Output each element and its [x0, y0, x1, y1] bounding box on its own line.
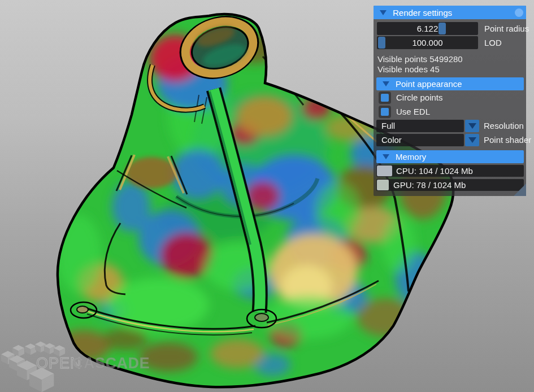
point-shader-dropdown[interactable]: Color [376, 134, 464, 146]
gpu-memory-text: GPU: 78 / 1024 Mb [393, 179, 466, 191]
circle-points-checkbox[interactable] [379, 92, 391, 104]
point-radius-handle[interactable] [439, 23, 446, 34]
visible-nodes-stat: Visible nodes 45 [377, 64, 440, 74]
circle-points-label: Circle points [396, 92, 443, 104]
use-edl-label: Use EDL [396, 106, 430, 118]
point-radius-label: Point radius [484, 22, 529, 35]
chevron-down-icon [468, 137, 476, 143]
resolution-label: Resolution [484, 120, 524, 132]
point-shader-dropdown-button[interactable] [465, 134, 479, 146]
point-appearance-title: Point appearance [396, 79, 462, 89]
gpu-memory-bar: GPU: 78 / 1024 Mb [376, 179, 524, 191]
memory-header[interactable]: Memory [376, 150, 524, 163]
collapse-triangle-icon [383, 154, 389, 159]
watermark-cascade: CASCADE [72, 355, 150, 372]
cpu-memory-text: CPU: 104 / 1024 Mb [396, 165, 473, 177]
lod-handle[interactable] [378, 37, 385, 49]
point-appearance-header[interactable]: Point appearance [376, 77, 524, 90]
checkbox-check-icon [381, 94, 389, 102]
viewport-3d[interactable]: OPEN CASCADE Render settings 6.122 Point… [0, 0, 534, 392]
panel-resize-grip[interactable] [514, 184, 526, 196]
collapse-triangle-icon [380, 10, 387, 15]
checkbox-check-icon [381, 108, 389, 116]
resolution-dropdown[interactable]: Full [376, 120, 464, 132]
point-shader-label: Point shader [484, 134, 531, 146]
point-radius-value: 6.122 [377, 22, 478, 35]
use-edl-checkbox[interactable] [379, 106, 391, 118]
render-settings-panel: Render settings 6.122 Point radius 100.0… [374, 6, 526, 196]
cpu-memory-bar: CPU: 104 / 1024 Mb [376, 165, 524, 177]
lod-value: 100.000 [377, 36, 478, 49]
gpu-memory-fill [377, 180, 389, 190]
lod-label: LOD [484, 36, 502, 49]
point-radius-slider[interactable]: 6.122 [377, 22, 478, 35]
render-settings-header[interactable]: Render settings [374, 6, 526, 19]
panel-title: Render settings [393, 8, 452, 18]
cpu-memory-fill [377, 165, 392, 176]
memory-title: Memory [396, 152, 426, 162]
panel-pin-button[interactable] [515, 8, 523, 17]
collapse-triangle-icon [383, 81, 389, 86]
lod-slider[interactable]: 100.000 [377, 36, 478, 49]
visible-points-stat: Visible points 5499280 [377, 54, 463, 64]
resolution-dropdown-button[interactable] [465, 120, 479, 132]
chevron-down-icon [468, 123, 476, 129]
